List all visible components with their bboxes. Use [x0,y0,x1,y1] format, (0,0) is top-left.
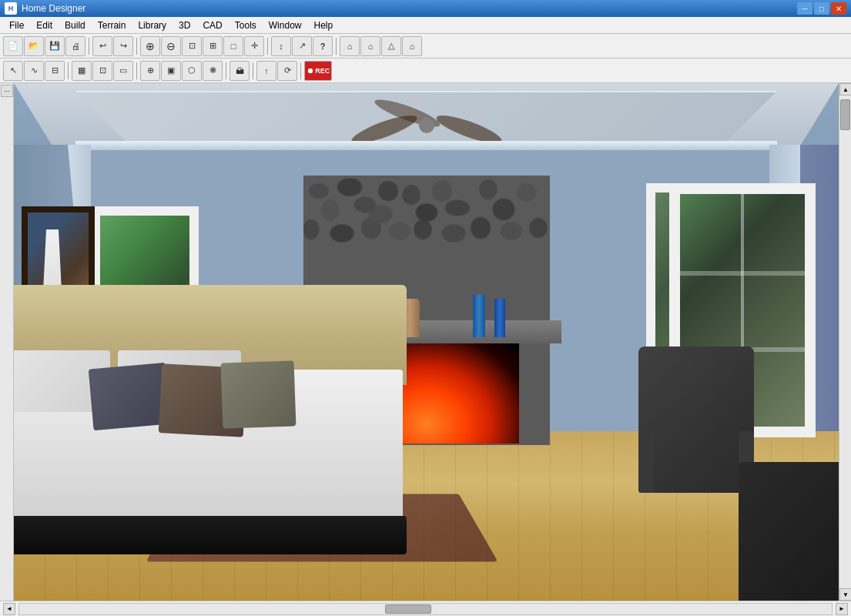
sep5 [68,62,69,79]
scroll-down-button[interactable]: ▼ [839,588,851,601]
throw-cushion-1 [89,363,171,430]
zoom-extent-button[interactable]: ⊡ [182,36,202,56]
menu-cad[interactable]: CAD [196,17,228,33]
hscroll-left-button[interactable]: ◄ [3,603,15,615]
close-button[interactable]: ✕ [831,2,846,15]
zoom-in-button[interactable]: ⊕ [140,36,160,56]
left-toolbar-btn[interactable]: ⋯ [1,85,13,97]
pan-button[interactable]: ✛ [244,36,264,56]
menu-build[interactable]: Build [59,17,92,33]
room-render [14,83,839,601]
rotate-tool-button[interactable]: ⟳ [277,61,297,81]
bed-frame [14,516,407,554]
viewport[interactable] [14,83,839,601]
view-front-button[interactable]: ⌂ [340,36,360,56]
scroll-thumb-horizontal[interactable] [385,604,431,614]
export-button[interactable]: ↗ [292,36,312,56]
hscroll-right-button[interactable]: ► [836,603,848,615]
sep4 [336,38,337,55]
toolbar-tools: ↖ ∿ ⊟ ▦ ⊡ ▭ ⊕ ▣ ⬡ ❋ 🏔 ↑ ⟳ ⏺ REC [0,59,851,83]
chair-bottom-right [739,462,839,601]
sep2 [136,38,137,55]
fixture-tool-button[interactable]: ⊕ [140,61,160,81]
symbol-tool-button[interactable]: ❋ [203,61,223,81]
new-button[interactable]: 📄 [3,36,23,56]
view-roof-button[interactable]: ⌂ [402,36,422,56]
sep7 [226,62,226,79]
menu-edit[interactable]: Edit [30,17,59,33]
minimize-button[interactable]: ─ [797,2,812,15]
app-icon: H [5,2,17,15]
armchair-body [638,408,754,493]
menu-help[interactable]: Help [307,17,339,33]
door-tool-button[interactable]: ⊡ [92,61,112,81]
polyline-tool-button[interactable]: ∿ [24,61,44,81]
orbit-button[interactable]: ↕ [271,36,291,56]
window-controls[interactable]: ─ □ ✕ [797,2,846,15]
menu-tools[interactable]: Tools [229,17,263,33]
sep6 [136,62,137,79]
main-area: ⋯ [0,83,851,601]
armchair-back [638,346,754,416]
scroll-track-vertical[interactable] [839,95,851,588]
window-title: Home Designer [22,3,797,14]
open-button[interactable]: 📂 [24,36,44,56]
menu-file[interactable]: File [3,17,30,33]
print-button[interactable]: 🖨 [65,36,85,56]
menu-bar: File Edit Build Terrain Library 3D CAD T… [0,17,851,34]
menu-terrain[interactable]: Terrain [92,17,132,33]
vase-5 [494,299,505,337]
sep1 [89,38,89,55]
menu-3d[interactable]: 3D [173,17,196,33]
toolbar-main: 📄 📂 💾 🖨 ↩ ↪ ⊕ ⊖ ⊡ ⊞ □ ✛ ↕ ↗ ? ⌂ ⌂ △ ⌂ [0,34,851,59]
floor-tool-button[interactable]: ▦ [72,61,92,81]
select-tool-button[interactable]: ↖ [3,61,23,81]
zoom-box-button[interactable]: □ [223,36,243,56]
crown-molding-top [75,141,777,150]
title-bar: H Home Designer ─ □ ✕ [0,0,851,17]
help-button[interactable]: ? [313,36,333,56]
scrollbar-horizontal[interactable] [18,603,833,615]
window-tool-button[interactable]: ▭ [113,61,133,81]
armchair-arm-left [638,431,654,493]
sep3 [267,38,268,55]
scroll-up-button[interactable]: ▲ [839,83,851,95]
move-tool-button[interactable]: ↑ [256,61,276,81]
scroll-thumb-vertical[interactable] [840,99,850,130]
paint-tool-button[interactable]: ⬡ [182,61,202,81]
left-toolbar: ⋯ [0,83,14,601]
undo-button[interactable]: ↩ [92,36,112,56]
maximize-button[interactable]: □ [814,2,829,15]
terrain-tool-button[interactable]: 🏔 [230,61,250,81]
redo-button[interactable]: ↪ [113,36,133,56]
fan-center [419,118,434,133]
menu-window[interactable]: Window [263,17,308,33]
record-button[interactable]: ⏺ REC [304,61,332,81]
scrollbar-vertical[interactable]: ▲ ▼ [839,83,851,601]
view-3d-button[interactable]: △ [381,36,401,56]
zoom-out-button[interactable]: ⊖ [161,36,181,56]
throw-cushion-3 [221,360,297,428]
bed [14,339,422,554]
view-back-button[interactable]: ⌂ [360,36,380,56]
vase-4 [473,295,485,337]
wall-tool-button[interactable]: ⊟ [45,61,65,81]
menu-library[interactable]: Library [132,17,173,33]
ceiling-fan [350,99,504,160]
status-bar: ◄ ► [0,601,851,616]
sep8 [253,62,253,79]
sep9 [300,62,301,79]
save-button[interactable]: 💾 [45,36,65,56]
armchair [638,354,754,493]
material-tool-button[interactable]: ▣ [161,61,181,81]
zoom-fit-button[interactable]: ⊞ [203,36,223,56]
